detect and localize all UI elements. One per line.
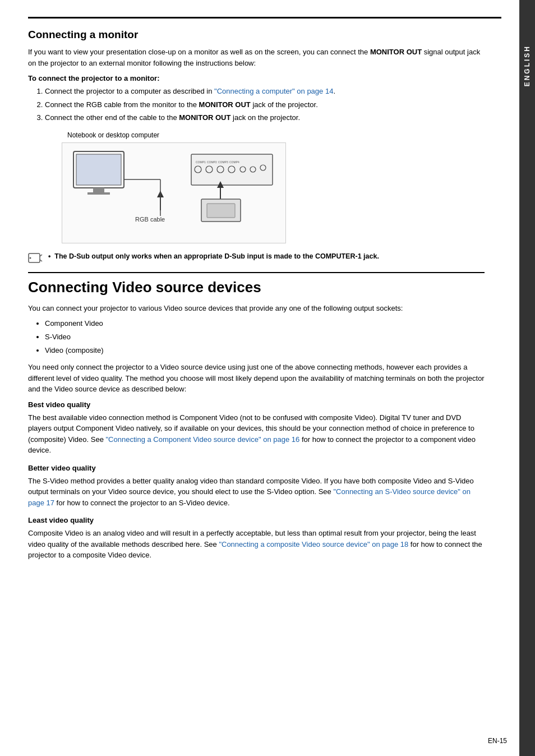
video-section: Connecting Video source devices You can … — [28, 272, 485, 561]
step1-text-before: Connect the projector to a computer as d… — [45, 87, 214, 95]
better-heading: Better video quality — [28, 464, 485, 472]
content-area: Connecting a monitor If you want to view… — [28, 29, 501, 561]
monitor-step-2: Connect the RGB cable from the monitor t… — [45, 99, 485, 110]
diagram-svg-area: COMP1 COMP2 COMP3 COMP4 — [62, 142, 286, 243]
video-para2: You need only connect the projector to a… — [28, 362, 485, 395]
svg-text:COMP3: COMP3 — [218, 160, 228, 164]
monitor-step-1: Connect the projector to a computer as d… — [45, 86, 485, 97]
least-heading: Least video quality — [28, 516, 485, 524]
monitor-section: Connecting a monitor If you want to view… — [28, 29, 485, 264]
video-title: Connecting Video source devices — [28, 272, 485, 296]
better-para: The S-Video method provides a better qua… — [28, 476, 485, 509]
better-text2: for how to connect the projector to an S… — [54, 499, 230, 507]
monitor-steps-list: Connect the projector to a computer as d… — [45, 86, 485, 123]
svg-rect-2 — [93, 188, 104, 192]
diagram-svg: COMP1 COMP2 COMP3 COMP4 — [62, 143, 286, 243]
step2-text-after: jack of the projector. — [251, 100, 318, 109]
monitor-sub-heading: To connect the projector to a monitor: — [28, 74, 485, 82]
step3-text-before: Connect the other end of the cable to th… — [45, 113, 179, 122]
diagram-label: Notebook or desktop computer — [67, 131, 286, 139]
note-text: • The D-Sub output only works when an ap… — [48, 251, 379, 262]
sidebar-english: ENGLISH — [519, 0, 535, 756]
better-quality-block: Better video quality The S-Video method … — [28, 464, 485, 509]
svg-text:COMP2: COMP2 — [207, 160, 217, 164]
least-link[interactable]: "Connecting a composite Video source dev… — [219, 540, 408, 548]
monitor-step-3: Connect the other end of the cable to th… — [45, 112, 485, 123]
best-para: The best available video connection meth… — [28, 412, 485, 456]
svg-rect-3 — [87, 192, 110, 195]
least-para: Composite Video is an analog video and w… — [28, 528, 485, 561]
sidebar-label: ENGLISH — [523, 45, 531, 86]
top-border — [28, 17, 501, 19]
note-icon — [28, 252, 44, 264]
page-number: EN-15 — [488, 737, 507, 745]
video-intro: You can connect your projector to variou… — [28, 303, 485, 314]
note-content: The D-Sub output only works when an appr… — [54, 252, 379, 260]
step3-text-after: jack on the projector. — [230, 113, 300, 122]
video-bullets: Component Video S-Video Video (composite… — [45, 318, 485, 356]
svg-rect-19 — [207, 204, 235, 218]
monitor-out-bold1: MONITOR OUT — [370, 48, 422, 56]
step3-bold: MONITOR OUT — [179, 113, 230, 122]
bullet-svideo: S-Video — [45, 331, 485, 343]
svg-text:COMP4: COMP4 — [229, 160, 239, 164]
step1-text-after: . — [333, 87, 335, 95]
monitor-intro-para: If you want to view your presentation cl… — [28, 47, 485, 68]
page-wrapper: Connecting a monitor If you want to view… — [0, 0, 535, 756]
step1-link[interactable]: "Connecting a computer" on page 14 — [214, 87, 333, 95]
least-quality-block: Least video quality Composite Video is a… — [28, 516, 485, 561]
svg-text:COMP1: COMP1 — [196, 160, 206, 164]
step2-bold: MONITOR OUT — [199, 100, 251, 109]
svg-text:RGB cable: RGB cable — [135, 216, 165, 223]
diagram-container: Notebook or desktop computer — [62, 131, 286, 243]
bullet-component: Component Video — [45, 318, 485, 330]
svg-rect-1 — [76, 154, 121, 185]
monitor-title: Connecting a monitor — [28, 29, 485, 41]
svg-rect-4 — [191, 154, 273, 185]
svg-point-28 — [30, 257, 31, 259]
best-link[interactable]: "Connecting a Component Video source dev… — [106, 435, 300, 444]
best-quality-block: Best video quality The best available vi… — [28, 400, 485, 456]
monitor-intro-text1: If you want to view your presentation cl… — [28, 48, 370, 56]
bullet-composite: Video (composite) — [45, 345, 485, 357]
best-heading: Best video quality — [28, 400, 485, 409]
step2-text-before: Connect the RGB cable from the monitor t… — [45, 100, 199, 109]
note-box: • The D-Sub output only works when an ap… — [28, 251, 485, 264]
